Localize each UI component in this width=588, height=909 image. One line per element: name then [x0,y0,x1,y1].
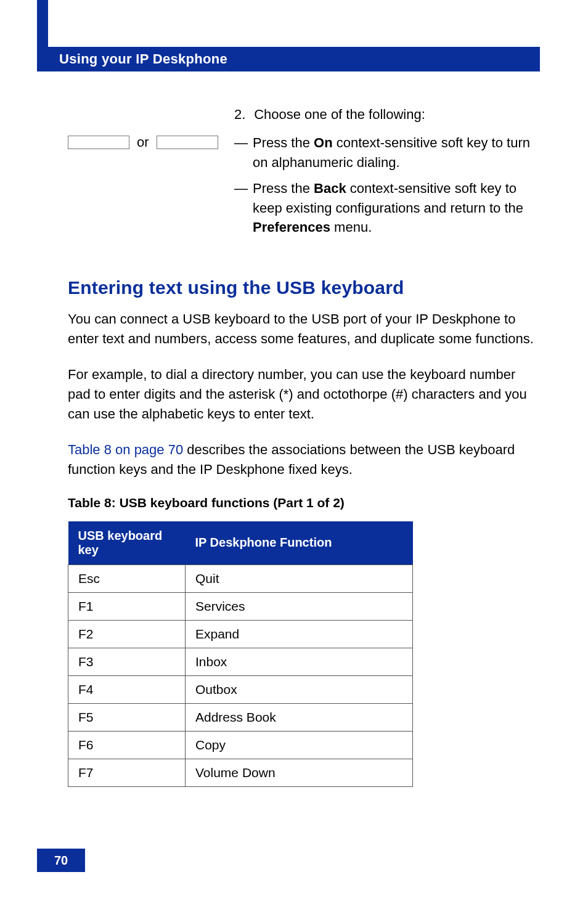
table-row: F2Expand [68,620,413,648]
table-header-col1: USB keyboard key [68,521,186,565]
table-cell-key: F7 [68,759,186,786]
softkey-on-box [68,136,129,149]
table-title: Table 8: USB keyboard functions (Part 1 … [68,495,540,510]
usb-keyboard-table: USB keyboard key IP Deskphone Function E… [68,521,413,787]
page-number: 70 [37,849,85,872]
softkey-back-box [157,136,218,149]
sub1-prefix: Press the [253,135,314,150]
table-cell-key: F6 [68,731,186,759]
step-text: 2. Choose one of the following: —Press t… [234,105,540,243]
sub2-menuname: Preferences [253,219,330,235]
dash-icon: — [234,179,253,198]
table-row: F4Outbox [68,675,413,703]
table-cell-key: F1 [68,592,186,620]
step-instruction-line: 2. Choose one of the following: [234,105,540,124]
table-link[interactable]: Table 8 on page 70 [68,442,183,457]
paragraph-2: For example, to dial a directory number,… [68,365,540,424]
sub2-prefix: Press the [253,181,314,196]
table-cell-val: Inbox [186,648,413,675]
or-label: or [137,134,149,150]
content-area: or 2. Choose one of the following: —Pres… [68,105,540,787]
table-cell-key: F3 [68,648,186,675]
table-cell-val: Copy [186,731,413,759]
table-row: F7Volume Down [68,759,413,786]
dash-icon: — [234,133,253,153]
paragraph-3: Table 8 on page 70 describes the associa… [68,440,540,479]
sub1-keyname: On [314,135,333,150]
header-bar: Using your IP Deskphone [37,47,540,71]
step-instruction: Choose one of the following: [254,107,425,122]
sub2-keyname: Back [314,181,346,196]
step-sub-item-on: —Press the On context-sensitive soft key… [234,133,540,173]
table-cell-val: Address Book [186,703,413,731]
softkey-illustration: or [68,105,234,150]
header-title: Using your IP Deskphone [37,51,227,67]
paragraph-1: You can connect a USB keyboard to the US… [68,309,540,349]
table-cell-key: F5 [68,703,186,731]
table-header-col2: IP Deskphone Function [186,521,413,565]
section-heading: Entering text using the USB keyboard [68,277,540,298]
table-cell-key: Esc [68,565,186,592]
table-cell-key: F2 [68,620,186,648]
table-row: F6Copy [68,731,413,759]
table-row: F3Inbox [68,648,413,675]
table-cell-key: F4 [68,675,186,703]
step-row: or 2. Choose one of the following: —Pres… [68,105,540,243]
table-cell-val: Volume Down [186,759,413,786]
table-cell-val: Services [186,592,413,620]
table-cell-val: Expand [186,620,413,648]
table-cell-val: Quit [186,565,413,592]
table-header-row: USB keyboard key IP Deskphone Function [68,521,413,565]
table-row: EscQuit [68,565,413,592]
table-row: F1Services [68,592,413,620]
sub2-tail2: menu. [330,219,372,235]
page-root: Using your IP Deskphone or 2. Choose one… [0,0,588,909]
table-row: F5Address Book [68,703,413,731]
step-sub-item-back: —Press the Back context-sensitive soft k… [234,179,540,238]
step-number: 2. [234,105,250,124]
table-cell-val: Outbox [186,675,413,703]
